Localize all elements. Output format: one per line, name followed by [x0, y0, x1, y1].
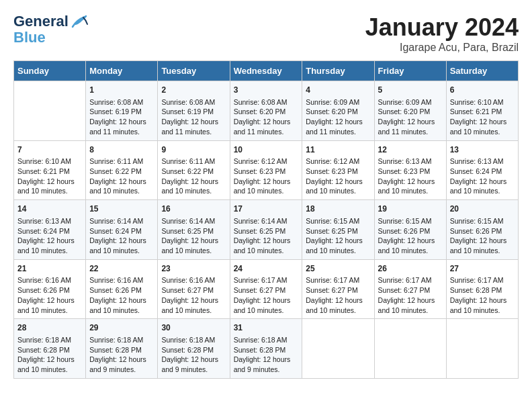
daylight-text: Daylight: 12 hours and 10 minutes.	[450, 118, 507, 136]
daylight-text: Daylight: 12 hours and 10 minutes.	[378, 236, 435, 255]
calendar-cell	[446, 319, 518, 379]
calendar-cell: 31Sunrise: 6:18 AMSunset: 6:28 PMDayligh…	[230, 319, 302, 379]
day-number: 28	[17, 322, 82, 334]
sunrise-text: Sunrise: 6:09 AM	[378, 98, 432, 106]
sunset-text: Sunset: 6:26 PM	[450, 227, 502, 235]
daylight-text: Daylight: 12 hours and 10 minutes.	[89, 296, 146, 314]
logo-general: General	[13, 13, 69, 30]
month-title: January 2024	[365, 13, 519, 42]
daylight-text: Daylight: 12 hours and 10 minutes.	[306, 236, 363, 255]
day-number: 24	[234, 263, 299, 275]
sunset-text: Sunset: 6:27 PM	[306, 286, 358, 294]
col-header-saturday: Saturday	[446, 61, 518, 81]
sunset-text: Sunset: 6:23 PM	[234, 167, 286, 175]
title-block: January 2024 Igarape Acu, Para, Brazil	[365, 13, 519, 54]
calendar-cell: 18Sunrise: 6:15 AMSunset: 6:25 PMDayligh…	[302, 200, 374, 260]
sunset-text: Sunset: 6:21 PM	[450, 107, 502, 116]
sunset-text: Sunset: 6:20 PM	[378, 107, 431, 116]
calendar-cell	[374, 319, 446, 379]
calendar-cell: 16Sunrise: 6:14 AMSunset: 6:25 PMDayligh…	[158, 200, 230, 260]
day-number: 16	[161, 203, 226, 215]
calendar-cell: 4Sunrise: 6:09 AMSunset: 6:20 PMDaylight…	[302, 81, 374, 141]
daylight-text: Daylight: 12 hours and 10 minutes.	[378, 296, 435, 314]
calendar-cell: 2Sunrise: 6:08 AMSunset: 6:19 PMDaylight…	[158, 81, 230, 141]
day-number: 22	[89, 263, 154, 275]
sunrise-text: Sunrise: 6:08 AM	[89, 98, 143, 106]
sunrise-text: Sunrise: 6:14 AM	[89, 217, 143, 225]
sunrise-text: Sunrise: 6:17 AM	[234, 276, 287, 284]
daylight-text: Daylight: 12 hours and 11 minutes.	[89, 118, 146, 136]
col-header-sunday: Sunday	[14, 61, 86, 81]
day-number: 31	[234, 322, 299, 334]
calendar-cell: 29Sunrise: 6:18 AMSunset: 6:28 PMDayligh…	[86, 319, 158, 379]
day-number: 8	[89, 144, 154, 156]
sunset-text: Sunset: 6:19 PM	[161, 107, 214, 116]
sunrise-text: Sunrise: 6:18 AM	[17, 336, 71, 344]
location-subtitle: Igarape Acu, Para, Brazil	[365, 42, 519, 54]
sunset-text: Sunset: 6:27 PM	[234, 286, 286, 294]
daylight-text: Daylight: 12 hours and 10 minutes.	[234, 236, 291, 255]
sunset-text: Sunset: 6:20 PM	[234, 107, 286, 116]
day-number: 12	[378, 144, 443, 156]
sunset-text: Sunset: 6:24 PM	[450, 167, 502, 175]
calendar-cell: 5Sunrise: 6:09 AMSunset: 6:20 PMDaylight…	[374, 81, 446, 141]
calendar-cell: 24Sunrise: 6:17 AMSunset: 6:27 PMDayligh…	[230, 259, 302, 319]
calendar-cell: 27Sunrise: 6:17 AMSunset: 6:28 PMDayligh…	[446, 259, 518, 319]
daylight-text: Daylight: 12 hours and 11 minutes.	[306, 118, 363, 136]
calendar-week-2: 7Sunrise: 6:10 AMSunset: 6:21 PMDaylight…	[14, 140, 519, 200]
day-number: 6	[450, 85, 515, 96]
calendar-cell	[14, 81, 86, 141]
daylight-text: Daylight: 12 hours and 10 minutes.	[17, 296, 75, 314]
sunset-text: Sunset: 6:22 PM	[89, 167, 142, 175]
calendar-cell: 15Sunrise: 6:14 AMSunset: 6:24 PMDayligh…	[86, 200, 158, 260]
daylight-text: Daylight: 12 hours and 9 minutes.	[161, 355, 218, 373]
logo: General Blue	[13, 13, 89, 46]
daylight-text: Daylight: 12 hours and 10 minutes.	[450, 296, 507, 314]
daylight-text: Daylight: 12 hours and 10 minutes.	[17, 177, 75, 195]
day-number: 18	[306, 203, 370, 215]
daylight-text: Daylight: 12 hours and 11 minutes.	[234, 118, 291, 136]
day-number: 9	[161, 144, 226, 156]
sunrise-text: Sunrise: 6:15 AM	[306, 217, 359, 225]
sunset-text: Sunset: 6:27 PM	[378, 286, 431, 294]
day-number: 10	[234, 144, 299, 156]
calendar-cell	[302, 319, 374, 379]
calendar-cell: 1Sunrise: 6:08 AMSunset: 6:19 PMDaylight…	[86, 81, 158, 141]
daylight-text: Daylight: 12 hours and 10 minutes.	[89, 236, 146, 255]
calendar-cell: 19Sunrise: 6:15 AMSunset: 6:26 PMDayligh…	[374, 200, 446, 260]
day-number: 20	[450, 203, 515, 215]
day-number: 30	[161, 322, 226, 334]
calendar-table: SundayMondayTuesdayWednesdayThursdayFrid…	[13, 60, 519, 379]
day-number: 11	[306, 144, 370, 156]
day-number: 25	[306, 263, 370, 275]
sunrise-text: Sunrise: 6:12 AM	[306, 157, 359, 165]
day-number: 27	[450, 263, 515, 275]
col-header-thursday: Thursday	[302, 61, 374, 81]
daylight-text: Daylight: 12 hours and 10 minutes.	[306, 296, 363, 314]
calendar-cell: 22Sunrise: 6:16 AMSunset: 6:26 PMDayligh…	[86, 259, 158, 319]
sunset-text: Sunset: 6:22 PM	[161, 167, 214, 175]
sunrise-text: Sunrise: 6:08 AM	[161, 98, 215, 106]
sunset-text: Sunset: 6:28 PM	[234, 346, 286, 354]
day-number: 14	[17, 203, 82, 215]
day-number: 7	[17, 144, 82, 156]
sunset-text: Sunset: 6:21 PM	[17, 167, 70, 175]
daylight-text: Daylight: 12 hours and 10 minutes.	[17, 236, 75, 255]
sunset-text: Sunset: 6:19 PM	[89, 107, 142, 116]
daylight-text: Daylight: 12 hours and 9 minutes.	[234, 355, 291, 373]
sunset-text: Sunset: 6:24 PM	[17, 227, 70, 235]
day-number: 2	[161, 85, 226, 96]
calendar-cell: 12Sunrise: 6:13 AMSunset: 6:23 PMDayligh…	[374, 140, 446, 200]
day-number: 15	[89, 203, 154, 215]
calendar-cell: 6Sunrise: 6:10 AMSunset: 6:21 PMDaylight…	[446, 81, 518, 141]
calendar-header-row: SundayMondayTuesdayWednesdayThursdayFrid…	[14, 61, 519, 81]
col-header-monday: Monday	[86, 61, 158, 81]
calendar-cell: 30Sunrise: 6:18 AMSunset: 6:28 PMDayligh…	[158, 319, 230, 379]
day-number: 19	[378, 203, 443, 215]
sunrise-text: Sunrise: 6:14 AM	[234, 217, 287, 225]
calendar-cell: 7Sunrise: 6:10 AMSunset: 6:21 PMDaylight…	[14, 140, 86, 200]
col-header-friday: Friday	[374, 61, 446, 81]
day-number: 3	[234, 85, 299, 96]
daylight-text: Daylight: 12 hours and 10 minutes.	[161, 177, 218, 195]
logo-bird-icon	[70, 15, 89, 30]
